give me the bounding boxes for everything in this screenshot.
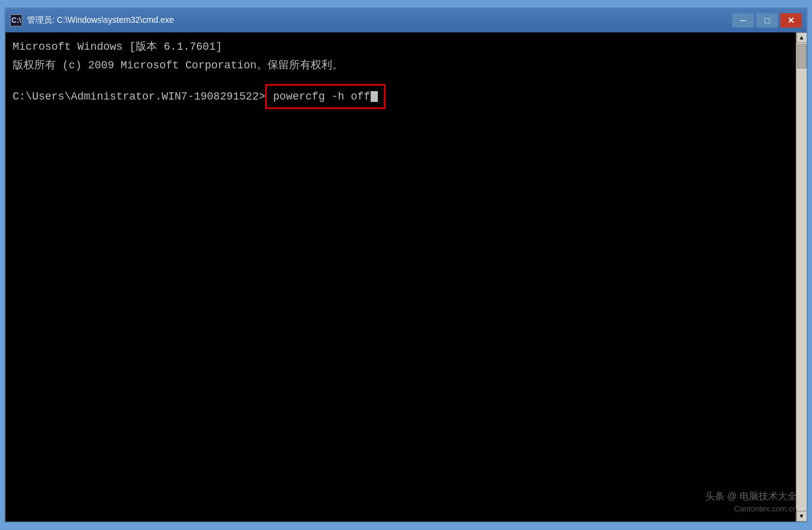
watermark: 头条 @ 电脑技术大全 Cantontex.com.cn [705, 490, 797, 514]
cmd-icon-text: C:\ [11, 16, 21, 25]
cmd-icon: C:\ [10, 14, 22, 26]
window-title: 管理员: C:\Windows\system32\cmd.exe [27, 15, 174, 26]
cmd-body: Microsoft Windows [版本 6.1.7601] 版权所有 (c)… [5, 32, 807, 522]
maximize-button[interactable]: □ [756, 13, 778, 28]
scrollbar[interactable]: ▲ ▼ [796, 32, 807, 522]
scroll-down-button[interactable]: ▼ [796, 511, 807, 522]
cmd-prompt-line: C:\Users\Administrator.WIN7-1908291522> … [13, 84, 789, 110]
minimize-button[interactable]: ─ [732, 13, 754, 28]
cmd-line2: 版权所有 (c) 2009 Microsoft Corporation。保留所有… [13, 57, 789, 74]
cmd-content[interactable]: Microsoft Windows [版本 6.1.7601] 版权所有 (c)… [5, 32, 796, 522]
scroll-thumb[interactable] [797, 44, 807, 68]
cmd-cursor [371, 91, 378, 102]
cmd-prompt: C:\Users\Administrator.WIN7-1908291522> [13, 88, 265, 106]
cmd-command-highlighted: powercfg -h off [265, 84, 386, 110]
cmd-window: C:\ 管理员: C:\Windows\system32\cmd.exe ─ □… [4, 7, 808, 523]
titlebar-left: C:\ 管理员: C:\Windows\system32\cmd.exe [10, 14, 174, 26]
scroll-track [796, 43, 807, 511]
titlebar-buttons: ─ □ ✕ [732, 13, 802, 28]
watermark-line2: Cantontex.com.cn [705, 504, 797, 514]
cmd-line1: Microsoft Windows [版本 6.1.7601] [13, 38, 789, 56]
cmd-command-text: powercfg -h off [273, 88, 370, 106]
close-button[interactable]: ✕ [780, 13, 802, 28]
scroll-up-button[interactable]: ▲ [796, 32, 807, 43]
watermark-line1: 头条 @ 电脑技术大全 [705, 490, 797, 503]
titlebar: C:\ 管理员: C:\Windows\system32\cmd.exe ─ □… [5, 8, 807, 32]
